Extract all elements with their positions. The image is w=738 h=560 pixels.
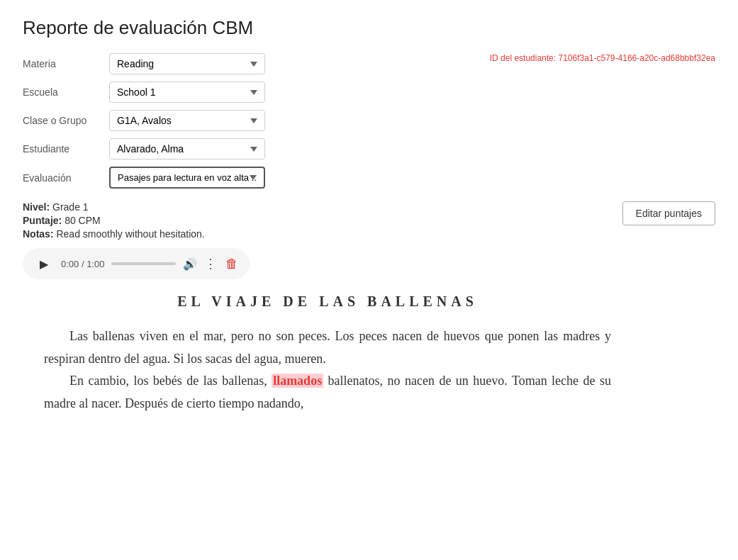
play-button[interactable]: ▶ [34, 254, 54, 274]
info-section: Nivel: Grade 1 Puntaje: 80 CPM Notas: Re… [23, 201, 715, 240]
student-id-label: ID del estudiante: [490, 53, 556, 63]
time-display: 0:00 / 1:00 [61, 259, 104, 269]
escuela-select[interactable]: School 1 [109, 82, 265, 103]
estudiante-row: Estudiante Alvarado, Alma [23, 138, 715, 159]
delete-button[interactable]: 🗑 [225, 257, 238, 271]
progress-bar[interactable] [111, 262, 176, 265]
notas-info: Notas: Read smoothly without hesitation. [23, 228, 205, 240]
escuela-label: Escuela [23, 86, 101, 98]
paragraph-1: Las ballenas viven en el mar, pero no so… [44, 325, 611, 370]
volume-button[interactable]: 🔊 [183, 257, 197, 271]
student-id-display: ID del estudiante: 7106f3a1-c579-4166-a2… [490, 53, 715, 63]
evaluacion-label: Evaluación [23, 172, 101, 184]
paragraph-2: En cambio, los bebés de las ballenas, ll… [44, 370, 611, 415]
page-title: Reporte de evaluación CBM [23, 17, 715, 39]
paragraph-2-before: En cambio, los bebés de las ballenas, [69, 374, 272, 388]
clase-select[interactable]: G1A, Avalos [109, 110, 265, 131]
nivel-info: Nivel: Grade 1 [23, 201, 205, 213]
materia-select[interactable]: Reading [109, 53, 265, 74]
nivel-value: Grade 1 [52, 201, 89, 213]
escuela-row: Escuela School 1 [23, 82, 715, 103]
edit-scores-button[interactable]: Editar puntajes [622, 201, 715, 225]
estudiante-label: Estudiante [23, 143, 101, 155]
student-id-value: 7106f3a1-c579-4166-a20c-ad68bbbf32ea [558, 53, 715, 63]
form-section: ID del estudiante: 7106f3a1-c579-4166-a2… [23, 53, 715, 189]
notas-value: Read smoothly without hesitation. [56, 228, 204, 240]
paragraph-1-text: Las ballenas viven en el mar, pero no so… [44, 329, 611, 366]
audio-player: ▶ 0:00 / 1:00 🔊 ⋮ 🗑 [23, 248, 250, 279]
puntaje-label: Puntaje: [23, 215, 62, 226]
evaluacion-row: Evaluación Pasajes para lectura en voz a… [23, 167, 715, 189]
estudiante-select[interactable]: Alvarado, Alma [109, 138, 265, 159]
paragraph-2-highlight: llamados [272, 374, 323, 388]
info-left: Nivel: Grade 1 Puntaje: 80 CPM Notas: Re… [23, 201, 205, 240]
evaluacion-select[interactable]: Pasajes para lectura en voz alta ... [109, 167, 265, 189]
clase-label: Clase o Grupo [23, 115, 101, 126]
materia-label: Materia [23, 58, 101, 69]
passage-title: EL VIAJE DE LAS BALLENAS [44, 293, 611, 310]
nivel-label: Nivel: [23, 201, 50, 213]
notas-label: Notas: [23, 228, 54, 240]
more-options-button[interactable]: ⋮ [204, 256, 218, 271]
puntaje-value: 80 CPM [65, 215, 101, 226]
passage-section: EL VIAJE DE LAS BALLENAS Las ballenas vi… [23, 293, 632, 415]
passage-text: Las ballenas viven en el mar, pero no so… [44, 325, 611, 415]
puntaje-info: Puntaje: 80 CPM [23, 215, 205, 226]
clase-row: Clase o Grupo G1A, Avalos [23, 110, 715, 131]
